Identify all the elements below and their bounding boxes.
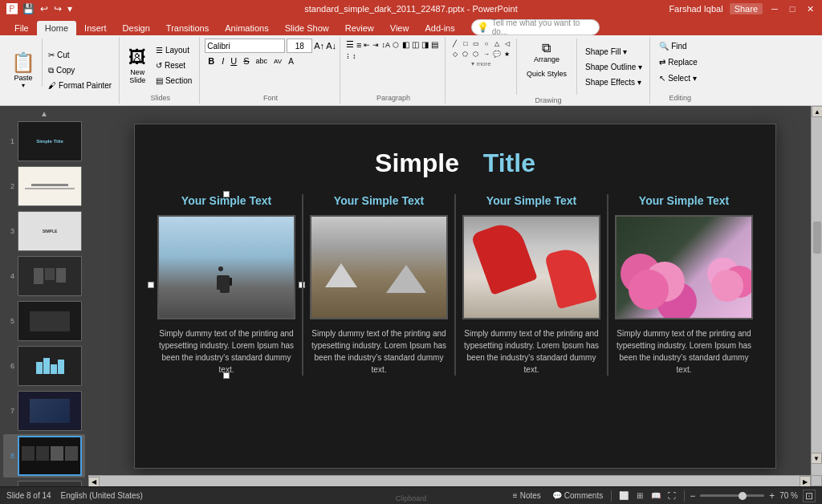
arrange-icon: ⧉ <box>542 41 551 55</box>
quick-styles-btn[interactable]: Quick Styles <box>521 67 572 80</box>
arrange-btn[interactable]: ⧉ Arrange <box>521 39 572 66</box>
align-left-btn[interactable]: ◧ <box>401 39 410 50</box>
slide-thumb-2[interactable]: 2 <box>3 165 85 208</box>
shapes-more[interactable]: ▾ more <box>450 60 512 67</box>
maximize-btn[interactable]: □ <box>787 3 798 14</box>
layout-btn[interactable]: ☰ Layout <box>152 43 196 58</box>
copy-btn[interactable]: ⧉Copy <box>44 63 116 78</box>
shape-styles-section: Shape Fill ▾ Shape Outline ▾ Shape Effec… <box>581 39 646 95</box>
redo-btn[interactable]: ↪ <box>52 2 63 15</box>
oval-shape[interactable]: ○ <box>482 39 491 48</box>
undo-btn[interactable]: ↩ <box>39 2 50 15</box>
tab-addins[interactable]: Add-ins <box>417 21 462 35</box>
indent-inc-btn[interactable]: ⇥ <box>372 40 380 50</box>
text-dir-btn[interactable]: ↕A <box>380 40 391 50</box>
save-btn[interactable]: 💾 <box>21 2 36 15</box>
strikethrough-btn[interactable]: S <box>241 55 251 67</box>
paste-btn[interactable]: 📋 Paste ▾ <box>6 39 40 102</box>
char-spacing-btn[interactable]: AV <box>271 57 284 66</box>
tab-design[interactable]: Design <box>115 21 158 35</box>
more-qa-btn[interactable]: ▾ <box>66 2 74 15</box>
handle-left[interactable] <box>148 282 154 288</box>
scroll-right-btn[interactable]: ▶ <box>800 476 811 486</box>
hex-shape[interactable]: ⬡ <box>471 49 481 59</box>
rounded-rect-shape[interactable]: ▭ <box>471 39 481 48</box>
bullets-btn[interactable]: ☰ <box>345 39 355 51</box>
font-color-btn[interactable]: A <box>286 56 296 67</box>
tab-transitions[interactable]: Transitions <box>158 21 217 35</box>
thumb-scroll-up[interactable]: ▲ <box>3 109 85 118</box>
close-btn[interactable]: ✕ <box>804 3 816 14</box>
line-shape[interactable]: ╱ <box>450 39 460 48</box>
shape-outline-btn[interactable]: Shape Outline ▾ <box>581 59 646 74</box>
reset-btn[interactable]: ↺ Reset <box>152 59 196 73</box>
align-right-btn[interactable]: ◨ <box>421 39 429 50</box>
slide-thumb-8[interactable]: 8 <box>3 434 85 478</box>
handle-top[interactable] <box>223 191 230 197</box>
italic-btn[interactable]: I <box>219 55 226 67</box>
tab-view[interactable]: View <box>382 21 417 35</box>
tab-file[interactable]: File <box>6 21 37 35</box>
numbering-btn[interactable]: ≡ <box>356 39 362 51</box>
callout-shape[interactable]: 💬 <box>492 49 502 59</box>
slide-title: Simple Title <box>135 124 775 194</box>
scroll-thumb-v[interactable] <box>813 222 821 254</box>
font-row2: B I U S abc AV A <box>205 55 296 67</box>
scroll-left-btn[interactable]: ◀ <box>88 477 100 487</box>
quick-access-toolbar: 💾 ↩ ↪ ▾ <box>21 2 74 15</box>
shape-fill-btn[interactable]: Shape Fill ▾ <box>581 44 646 59</box>
format-painter-btn[interactable]: 🖌Format Painter <box>44 79 116 93</box>
align-center-btn[interactable]: ◫ <box>411 39 420 50</box>
tab-review[interactable]: Review <box>337 21 382 35</box>
rtriangle-shape[interactable]: ◁ <box>503 39 512 48</box>
font-name-input[interactable] <box>205 39 285 53</box>
scroll-down-btn[interactable]: ▼ <box>811 453 822 464</box>
new-slide-btn[interactable]: 🖼 NewSlide <box>124 43 150 89</box>
diamond-shape[interactable]: ◇ <box>450 49 460 59</box>
tell-me-container: 💡 Tell me what you want to do... <box>471 19 600 35</box>
horizontal-scrollbar[interactable]: ◀ ▶ <box>88 475 811 486</box>
tab-slideshow[interactable]: Slide Show <box>277 21 337 35</box>
tab-insert[interactable]: Insert <box>76 21 115 35</box>
underline-btn[interactable]: U <box>228 55 239 67</box>
tab-animations[interactable]: Animations <box>217 21 276 35</box>
slide-thumb-6[interactable]: 6 <box>3 344 85 388</box>
slide-thumb-7[interactable]: 7 <box>3 389 85 433</box>
tell-me-input[interactable]: 💡 Tell me what you want to do... <box>471 19 600 35</box>
section-btn[interactable]: ▤ Section <box>152 74 196 88</box>
slide-thumb-1[interactable]: 1 Simple Title <box>3 120 85 163</box>
star-shape[interactable]: ★ <box>503 49 512 59</box>
triangle-shape[interactable]: △ <box>492 39 502 48</box>
cut-btn[interactable]: ✂Cut <box>44 48 116 63</box>
bold-btn[interactable]: B <box>205 55 218 67</box>
slide-thumb-4[interactable]: 4 <box>3 254 85 298</box>
slide-thumb-5[interactable]: 5 <box>3 299 85 343</box>
line-spacing-btn[interactable]: ↕ <box>352 51 357 61</box>
minimize-btn[interactable]: ─ <box>769 3 780 14</box>
find-btn[interactable]: 🔍 Find <box>655 39 702 53</box>
shadow-btn[interactable]: abc <box>254 56 271 66</box>
zoom-slider[interactable] <box>700 494 764 497</box>
font-size-inc[interactable]: A↑ <box>314 41 324 51</box>
font-size-input[interactable] <box>287 39 312 53</box>
slide-thumb-9[interactable]: 9 <box>3 479 85 486</box>
rect-shape[interactable]: □ <box>461 39 470 48</box>
vertical-scrollbar[interactable]: ▲ ▼ <box>811 106 822 475</box>
handle-bottom[interactable] <box>223 372 230 379</box>
canvas-area: Simple Title Your Simple Text <box>88 106 822 486</box>
scroll-up-btn[interactable]: ▲ <box>812 106 822 117</box>
column-btn[interactable]: ⫶ <box>345 51 351 61</box>
pentagon-shape[interactable]: ⬠ <box>461 49 470 59</box>
justify-btn[interactable]: ▤ <box>430 39 439 50</box>
select-btn[interactable]: ↖ Select ▾ <box>655 71 702 85</box>
replace-btn[interactable]: ⇄ Replace <box>655 55 702 69</box>
tab-home[interactable]: Home <box>37 21 76 35</box>
shape-effects-btn[interactable]: Shape Effects ▾ <box>581 75 646 89</box>
arrow-shape[interactable]: → <box>482 49 491 59</box>
paste-dropdown[interactable]: ▾ <box>22 82 25 89</box>
indent-dec-btn[interactable]: ⇤ <box>363 40 371 50</box>
convert-smartart-btn[interactable]: ⬡ <box>392 40 400 50</box>
slide-thumb-3[interactable]: 3 SIMPLE <box>3 209 85 253</box>
font-size-dec[interactable]: A↓ <box>326 41 336 51</box>
share-btn[interactable]: Share <box>730 3 763 14</box>
